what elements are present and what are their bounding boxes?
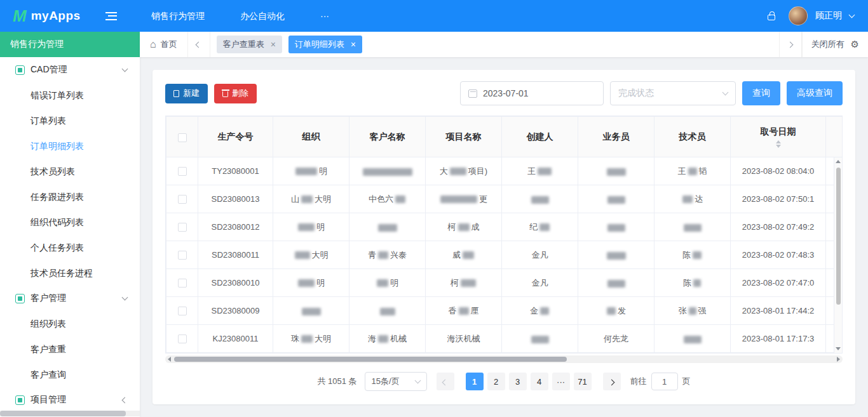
row-checkbox[interactable] <box>178 223 187 232</box>
row-checkbox[interactable] <box>178 195 187 204</box>
table-row: SD23080010明明柯金凡陈2023-08-02 07:47:0 <box>166 269 843 297</box>
column-header-生产令号[interactable]: 生产令号 <box>198 117 273 157</box>
sidebar-item-技术员任务进程[interactable]: 技术员任务进程 <box>0 260 140 286</box>
collapse-sidebar-icon[interactable] <box>105 12 117 20</box>
tab-list: 客户查重表×订单明细列表× <box>210 32 362 57</box>
prev-page-button[interactable] <box>437 373 454 390</box>
create-button[interactable]: 新建 <box>165 84 208 103</box>
sidebar-item-客户查询[interactable]: 客户查询 <box>0 362 140 387</box>
chevron-down-icon <box>722 89 729 96</box>
sidebar-group-客户管理[interactable]: 客户管理 <box>0 286 140 311</box>
page-button-1[interactable]: 1 <box>466 373 484 390</box>
cell: 海机械 <box>349 325 426 353</box>
chevron-right-icon <box>609 379 615 385</box>
redacted-text <box>298 223 315 231</box>
horizontal-scrollbar[interactable] <box>165 355 843 363</box>
nav-item-···[interactable]: ··· <box>302 0 347 32</box>
date-picker[interactable]: 2023-07-01 <box>460 81 604 105</box>
row-checkbox[interactable] <box>178 251 187 260</box>
row-select-cell <box>166 241 198 269</box>
column-header-客户名称[interactable]: 客户名称 <box>349 117 426 157</box>
scroll-up-icon[interactable] <box>836 160 841 163</box>
goto-label: 前往 <box>630 376 647 387</box>
app-logo[interactable]: M myApps <box>0 8 102 24</box>
row-select-cell <box>166 297 198 325</box>
sidebar-scrollbar[interactable] <box>0 411 140 416</box>
topbar: M myApps 销售行为管理办公自动化··· 顾正明 <box>0 0 868 32</box>
nav-item-销售行为管理[interactable]: 销售行为管理 <box>133 0 222 32</box>
sidebar-group-项目管理[interactable]: 项目管理 <box>0 387 140 413</box>
tab-scroll-right[interactable] <box>779 32 802 57</box>
avatar[interactable] <box>789 6 808 25</box>
tab-home[interactable]: ⌂ 首页 <box>140 32 187 57</box>
sort-icon[interactable] <box>776 140 781 148</box>
row-checkbox[interactable] <box>178 167 187 176</box>
select-all-checkbox[interactable] <box>178 133 187 142</box>
cell: KJ23080011 <box>198 325 273 353</box>
redacted-text <box>693 279 701 287</box>
column-header-业务员[interactable]: 业务员 <box>578 117 654 157</box>
column-header-技术员[interactable]: 技术员 <box>654 117 731 157</box>
status-select[interactable]: 完成状态 <box>610 81 736 105</box>
close-icon[interactable]: × <box>351 40 356 49</box>
gear-icon[interactable]: ⚙ <box>851 39 859 50</box>
brand-name: myApps <box>31 9 81 23</box>
next-page-button[interactable] <box>603 373 621 390</box>
goto-page-input[interactable] <box>651 373 678 390</box>
redacted-text <box>607 307 616 315</box>
page-size-value: 15条/页 <box>372 376 400 387</box>
date-value: 2023-07-01 <box>483 88 529 98</box>
page-button-···[interactable]: ··· <box>552 373 570 390</box>
close-all-tabs[interactable]: 关闭所有 ⚙ <box>802 32 868 57</box>
page-button-71[interactable]: 71 <box>574 373 592 390</box>
lock-icon[interactable] <box>762 11 781 20</box>
page-button-4[interactable]: 4 <box>531 373 548 390</box>
redacted-text <box>684 224 702 232</box>
username[interactable]: 顾正明 <box>815 10 842 22</box>
column-header-创建人[interactable]: 创建人 <box>502 117 578 157</box>
scroll-left-icon[interactable] <box>168 357 171 362</box>
sidebar-item-组织列表[interactable]: 组织列表 <box>0 311 140 336</box>
sidebar-item-订单列表[interactable]: 订单列表 <box>0 108 140 133</box>
sidebar-item-技术员列表[interactable]: 技术员列表 <box>0 159 140 184</box>
data-table-wrapper: 生产令号组织客户名称项目名称创建人业务员技术员取号日期订单 TY23080001… <box>165 116 843 354</box>
redacted-text <box>458 223 470 231</box>
close-icon[interactable]: × <box>271 40 276 49</box>
tab-客户查重表[interactable]: 客户查重表× <box>217 36 282 53</box>
delete-button[interactable]: 删除 <box>214 84 257 103</box>
redacted-text <box>682 195 693 203</box>
column-header-组织[interactable]: 组织 <box>273 117 349 157</box>
row-checkbox[interactable] <box>178 334 187 343</box>
sidebar-item-任务跟进列表[interactable]: 任务跟进列表 <box>0 184 140 209</box>
sidebar-item-错误订单列表[interactable]: 错误订单列表 <box>0 83 140 108</box>
sidebar-item-个人任务列表[interactable]: 个人任务列表 <box>0 235 140 260</box>
tab-scroll-left[interactable] <box>187 32 210 57</box>
column-header-订单[interactable]: 订单 <box>826 117 843 157</box>
row-checkbox[interactable] <box>178 307 187 315</box>
sidebar-item-组织代码列表[interactable]: 组织代码列表 <box>0 209 140 235</box>
page-size-select[interactable]: 15条/页 <box>365 372 427 391</box>
page-button-3[interactable]: 3 <box>509 373 527 390</box>
vertical-scrollbar[interactable] <box>834 157 842 353</box>
nav-item-办公自动化[interactable]: 办公自动化 <box>222 0 302 32</box>
horizontal-scroll-thumb[interactable] <box>174 357 567 362</box>
row-checkbox[interactable] <box>178 279 187 288</box>
scroll-right-icon[interactable] <box>837 357 840 362</box>
cell: 更 <box>426 185 502 213</box>
redacted-text <box>461 279 476 287</box>
cell <box>273 297 349 325</box>
sidebar-group-CAD管理[interactable]: CAD管理 <box>0 57 140 83</box>
redacted-text <box>459 307 469 315</box>
query-button[interactable]: 查询 <box>742 81 780 105</box>
column-header-项目名称[interactable]: 项目名称 <box>426 117 502 157</box>
column-header-取号日期[interactable]: 取号日期 <box>731 117 826 157</box>
cell: SD23080013 <box>198 185 273 213</box>
tab-订单明细列表[interactable]: 订单明细列表× <box>288 36 362 53</box>
sidebar-item-客户查重[interactable]: 客户查重 <box>0 336 140 362</box>
scroll-down-icon[interactable] <box>836 347 841 350</box>
sidebar-item-订单明细列表[interactable]: 订单明细列表 <box>0 133 140 159</box>
redacted-text <box>607 168 626 176</box>
vertical-scroll-thumb[interactable] <box>836 168 841 305</box>
page-button-2[interactable]: 2 <box>487 373 505 390</box>
advanced-query-button[interactable]: 高级查询 <box>787 81 843 105</box>
